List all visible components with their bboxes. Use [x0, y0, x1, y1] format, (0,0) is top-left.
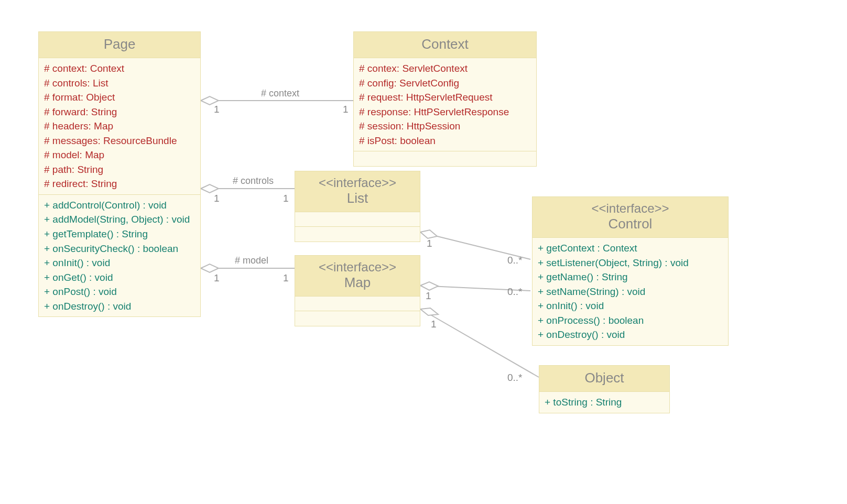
mult: 1: [214, 193, 220, 204]
method: + onInit() : void: [44, 256, 195, 270]
class-list: <<interface>> List: [295, 171, 420, 242]
method: + setName(String) : void: [538, 284, 723, 299]
class-title-control: <<interface>> Control: [533, 197, 728, 238]
mult: 1: [283, 193, 289, 204]
mult: 1: [427, 238, 432, 249]
attr: # session: HttpSession: [359, 119, 531, 134]
class-title-map: <<interface>> Map: [295, 256, 420, 297]
method: + onInit() : void: [538, 299, 723, 313]
attr: # messages: ResourceBundle: [44, 134, 195, 148]
edge-label-context: # context: [261, 88, 299, 99]
class-title-object: Object: [539, 366, 669, 392]
stereotype: <<interface>>: [297, 260, 418, 275]
svg-line-10: [430, 314, 539, 377]
stereotype: <<interface>>: [535, 201, 726, 216]
map-methods: [295, 311, 420, 326]
mult: 0..*: [507, 255, 523, 266]
object-methods: + toString : String: [539, 392, 669, 413]
class-object: Object + toString : String: [539, 365, 670, 413]
svg-marker-3: [201, 184, 219, 193]
method: + getName() : String: [538, 270, 723, 284]
method: + onProcess() : boolean: [538, 313, 723, 328]
attr: # config: ServletConfig: [359, 76, 531, 91]
mult: 1: [426, 290, 431, 302]
class-name: Object: [541, 370, 667, 386]
class-page: Page # context: Context # controls: List…: [38, 31, 201, 317]
svg-marker-11: [420, 308, 438, 315]
class-title-list: <<interface>> List: [295, 171, 420, 212]
attr: # request: HttpServletRequest: [359, 90, 531, 105]
class-name: Context: [356, 36, 534, 52]
method: + onDestroy() : void: [44, 299, 195, 314]
mult: 1: [283, 272, 289, 284]
attr: # forward: String: [44, 105, 195, 119]
svg-marker-5: [201, 264, 219, 272]
class-name: Map: [297, 275, 418, 291]
attr: # model: Map: [44, 148, 195, 162]
mult: 1: [214, 272, 220, 284]
attr: # context: Context: [44, 61, 195, 76]
edge-label-model: # model: [235, 255, 268, 266]
map-attributes: [295, 297, 420, 311]
class-map: <<interface>> Map: [295, 255, 420, 326]
class-name: List: [297, 190, 418, 206]
class-name: Page: [41, 36, 198, 52]
list-attributes: [295, 212, 420, 227]
attr: # isPost: boolean: [359, 134, 531, 148]
mult: 1: [214, 104, 220, 115]
class-title-page: Page: [39, 32, 200, 58]
page-methods: + addControl(Control) : void + addModel(…: [39, 195, 200, 316]
method: + onSecurityCheck() : boolean: [44, 242, 195, 256]
method: + onPost() : void: [44, 284, 195, 299]
method: + addControl(Control) : void: [44, 198, 195, 213]
method: + addModel(String, Object) : void: [44, 212, 195, 227]
attr: # headers: Map: [44, 119, 195, 134]
method: + onDestroy() : void: [538, 327, 723, 342]
class-title-context: Context: [354, 32, 536, 58]
method: + setListener(Object, String) : void: [538, 256, 723, 270]
svg-marker-7: [420, 230, 437, 238]
list-methods: [295, 227, 420, 242]
control-methods: + getContext : Context + setListener(Obj…: [533, 238, 728, 345]
page-attributes: # context: Context # controls: List # fo…: [39, 58, 200, 195]
mult: 1: [343, 104, 349, 115]
class-control: <<interface>> Control + getContext : Con…: [532, 196, 729, 346]
method: + getContext : Context: [538, 241, 723, 256]
class-name: Control: [535, 216, 726, 232]
mult: 1: [431, 319, 437, 330]
method: + getTemplate() : String: [44, 227, 195, 242]
attr: # path: String: [44, 162, 195, 177]
method: + toString : String: [545, 395, 664, 410]
attr: # controls: List: [44, 76, 195, 91]
context-methods: [354, 151, 536, 166]
method: + onGet() : void: [44, 270, 195, 285]
mult: 0..*: [507, 286, 523, 298]
attr: # contex: ServletContext: [359, 61, 531, 76]
stereotype: <<interface>>: [297, 176, 418, 190]
mult: 0..*: [507, 372, 523, 384]
attr: # response: HttPServletResponse: [359, 105, 531, 119]
attr: # redirect: String: [44, 177, 195, 191]
edge-label-controls: # controls: [233, 176, 274, 187]
context-attributes: # contex: ServletContext # config: Servl…: [354, 58, 536, 151]
attr: # format: Object: [44, 90, 195, 105]
class-context: Context # contex: ServletContext # confi…: [353, 31, 537, 167]
svg-marker-9: [420, 282, 438, 290]
